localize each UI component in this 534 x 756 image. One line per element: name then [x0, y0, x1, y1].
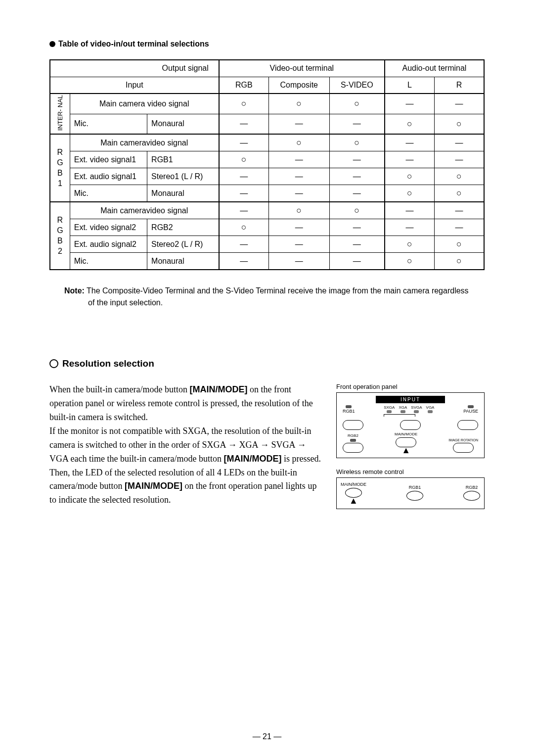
cell	[434, 94, 484, 114]
cell	[219, 253, 269, 270]
rgb1-button	[343, 420, 363, 430]
th-input: Input	[50, 77, 219, 94]
cell	[268, 253, 329, 270]
cell	[385, 185, 435, 202]
cell	[268, 202, 329, 219]
th-audio-out: Audio-out terminal	[385, 60, 484, 77]
row-stereo2: Stereo2 (L / R)	[147, 236, 219, 253]
cell	[434, 134, 484, 151]
cell	[219, 168, 269, 185]
row-rgb1v: RGB1	[147, 151, 219, 168]
rgb2-group: RGB2	[343, 433, 363, 453]
row-stereo1: Stereo1 (L / R)	[147, 168, 219, 185]
row-extaud2: Ext. audio signal2	[70, 236, 147, 253]
imgrot-group: IMAGE ROTATION	[448, 438, 478, 453]
cell	[329, 151, 385, 168]
row-extvid1: Ext. video signal1	[70, 151, 147, 168]
cell	[434, 114, 484, 134]
cell	[329, 185, 385, 202]
res-mainmode1: [MAIN/MODE]	[189, 384, 247, 394]
row-mic: Mic.	[70, 114, 147, 134]
cell	[219, 151, 269, 168]
res-p1a: When the built-in camera/mode button	[49, 384, 189, 394]
row-monaural: Monaural	[147, 114, 219, 134]
page-number: — 21 —	[0, 732, 534, 741]
remote-rgb1: RGB1	[406, 485, 423, 501]
wireless-remote-diagram: MAIN/MODE ▲ RGB1 RGB2	[336, 477, 485, 509]
terminal-selection-table: Output signal Video-out terminal Audio-o…	[49, 59, 485, 270]
res-p2b: is pressed.	[281, 454, 321, 464]
row-maincamvideo: Main cameravideo signal	[70, 134, 219, 151]
table-heading: Table of video-in/out terminal selection…	[49, 40, 485, 48]
resolution-body-text: When the built-in camera/mode button [MA…	[49, 383, 324, 509]
group-internal: INTER- NAL	[57, 95, 63, 131]
cell	[385, 94, 435, 114]
note-label: Note:	[64, 286, 85, 295]
cell	[268, 94, 329, 114]
remote-mainmode: MAIN/MODE ▲	[341, 482, 366, 504]
cell	[268, 151, 329, 168]
group-rgb1: R G B 1	[50, 134, 70, 202]
cell	[385, 168, 435, 185]
th-rgb: RGB	[219, 77, 269, 94]
row-maincamvideo2: Main cameravideo signal	[70, 202, 219, 219]
mainmode-button	[400, 420, 421, 430]
row-extvid2: Ext. video signal2	[70, 219, 147, 236]
resolution-heading-text: Resolution selection	[62, 358, 154, 369]
res-mainmode3: [MAIN/MODE]	[125, 481, 182, 491]
th-r: R	[434, 77, 484, 94]
cell	[329, 94, 385, 114]
th-video-out: Video-out terminal	[219, 60, 385, 77]
cell	[434, 202, 484, 219]
cell	[385, 253, 435, 270]
cell	[434, 168, 484, 185]
cell	[385, 151, 435, 168]
cell	[329, 236, 385, 253]
cell	[385, 114, 435, 134]
cell	[268, 236, 329, 253]
pause-led: PAUSE	[463, 405, 478, 414]
cell	[385, 202, 435, 219]
cell	[434, 151, 484, 168]
input-bar: INPUT	[376, 396, 445, 403]
table-heading-text: Table of video-in/out terminal selection…	[58, 40, 209, 48]
cell	[434, 253, 484, 270]
table-note: Note: The Composite-Video Terminal and t…	[49, 285, 485, 309]
resolution-leds: SXGA XGA SVGA VGA	[384, 405, 434, 413]
cell	[329, 168, 385, 185]
remote-rgb2: RGB2	[463, 485, 480, 501]
row-mic1: Mic.	[70, 185, 147, 202]
group-rgb2: R G B 2	[50, 202, 70, 270]
res-mainmode2: [MAIN/MODE]	[223, 454, 281, 464]
front-panel-label: Front operation panel	[336, 383, 485, 390]
row-extaud1: Ext. audio signal1	[70, 168, 147, 185]
pause-button	[457, 420, 478, 430]
th-composite: Composite	[268, 77, 329, 94]
cell	[434, 185, 484, 202]
cell	[268, 168, 329, 185]
cell	[385, 219, 435, 236]
diagrams: Front operation panel INPUT RGB1 SXGA XG…	[336, 383, 485, 509]
row-monaural2: Monaural	[147, 253, 219, 270]
mainmode-group: MAIN/MODE ▲	[395, 432, 417, 453]
cell	[219, 94, 269, 114]
cell	[385, 134, 435, 151]
circle-icon	[49, 359, 58, 368]
cell	[329, 219, 385, 236]
cell	[268, 114, 329, 134]
cell	[219, 219, 269, 236]
arrow-up-icon: ▲	[349, 498, 358, 504]
resolution-heading: Resolution selection	[49, 358, 485, 369]
cell	[329, 114, 385, 134]
th-svideo: S-VIDEO	[329, 77, 385, 94]
cell	[329, 253, 385, 270]
cell	[219, 114, 269, 134]
row-monaural1: Monaural	[147, 185, 219, 202]
note-text1: The Composite-Video Terminal and the S-V…	[87, 286, 469, 295]
cell	[268, 185, 329, 202]
row-maincam: Main camera video signal	[70, 94, 219, 114]
rgb1-led: RGB1	[343, 405, 355, 414]
front-panel-diagram: INPUT RGB1 SXGA XGA SVGA VGA PAUSE	[336, 392, 485, 458]
arrow-up-icon: ▲	[401, 448, 410, 453]
cell	[434, 219, 484, 236]
